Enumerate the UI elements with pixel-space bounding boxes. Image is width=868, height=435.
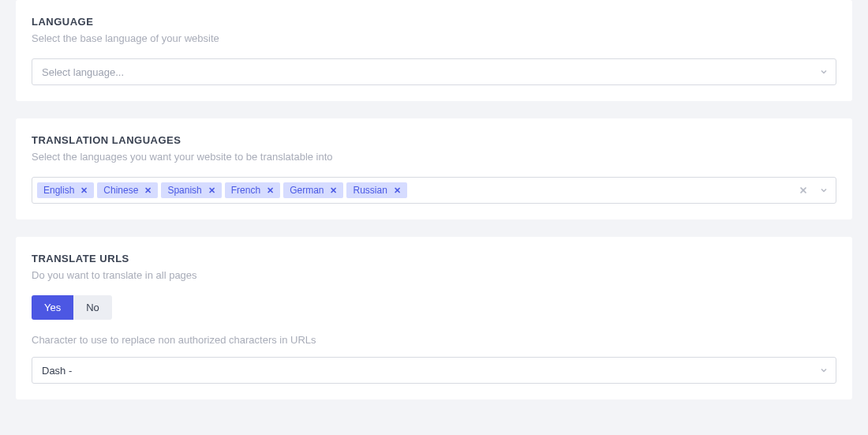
chevron-down-icon <box>820 366 828 374</box>
translation-card: TRANSLATION LANGUAGES Select the languag… <box>16 118 852 219</box>
language-select[interactable]: Select language... <box>32 58 836 85</box>
language-title: LANGUAGE <box>32 16 836 28</box>
language-tag: Russian✕ <box>346 182 406 198</box>
url-char-value: Dash - <box>42 365 72 377</box>
language-tag-label: French <box>231 184 260 197</box>
chevron-down-icon[interactable] <box>820 186 828 194</box>
urls-subtitle: Do you want to translate in all pages <box>32 269 836 281</box>
remove-tag-icon[interactable]: ✕ <box>79 184 89 197</box>
urls-card: TRANSLATE URLS Do you want to translate … <box>16 237 852 399</box>
url-char-select[interactable]: Dash - <box>32 357 836 384</box>
language-tag-label: Chinese <box>103 184 138 197</box>
translation-multi-select[interactable]: English✕Chinese✕Spanish✕French✕German✕Ru… <box>32 177 836 204</box>
translate-urls-toggle: Yes No <box>32 295 112 320</box>
no-button[interactable]: No <box>73 295 112 320</box>
language-tag: German✕ <box>283 182 343 198</box>
language-tag-label: English <box>43 184 74 197</box>
remove-tag-icon[interactable]: ✕ <box>143 184 153 197</box>
remove-tag-icon[interactable]: ✕ <box>265 184 275 197</box>
chevron-down-icon <box>820 68 828 76</box>
translation-subtitle: Select the languages you want your websi… <box>32 151 836 163</box>
url-char-label: Character to use to replace non authoriz… <box>32 334 836 346</box>
language-tag: Chinese✕ <box>97 182 158 198</box>
language-subtitle: Select the base language of your website <box>32 32 836 44</box>
language-tag: English✕ <box>37 182 94 198</box>
language-tag-label: Spanish <box>167 184 201 197</box>
urls-title: TRANSLATE URLS <box>32 253 836 264</box>
remove-tag-icon[interactable]: ✕ <box>392 184 402 197</box>
translation-title: TRANSLATION LANGUAGES <box>32 134 836 146</box>
clear-icon[interactable] <box>798 185 809 196</box>
language-card: LANGUAGE Select the base language of you… <box>16 0 852 101</box>
language-select-placeholder: Select language... <box>42 66 124 78</box>
yes-button[interactable]: Yes <box>32 295 73 320</box>
remove-tag-icon[interactable]: ✕ <box>207 184 217 197</box>
language-tag-label: Russian <box>353 184 387 197</box>
language-tag-label: German <box>290 184 324 197</box>
language-tag: Spanish✕ <box>161 182 221 198</box>
remove-tag-icon[interactable]: ✕ <box>328 184 339 197</box>
language-tag: French✕ <box>225 182 280 198</box>
